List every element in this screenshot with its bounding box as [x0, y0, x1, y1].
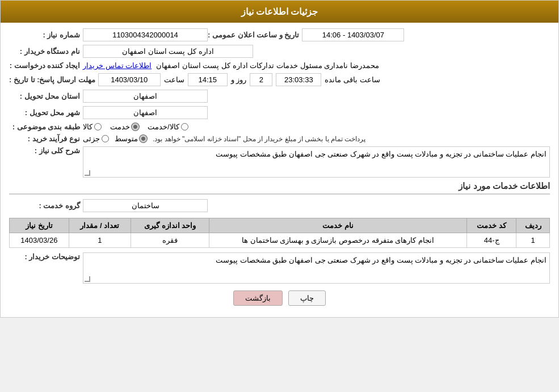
purchase-note: پرداخت تمام یا بخشی از مبلغ خریدار از مح…: [153, 135, 365, 143]
category-label: طبقه بندی موضوعی :: [9, 123, 83, 131]
resize-handle2-icon[interactable]: [85, 276, 90, 282]
buyer-org-value: اداره کل پست استان اصفهان: [83, 45, 253, 58]
cell-date: 1403/03/26: [10, 233, 69, 248]
cell-name: انجام کارهای متفرقه درخصوص بازسازی و بهس…: [209, 233, 467, 248]
date-time-label: تاریخ و ساعت اعلان عمومی :: [208, 31, 299, 39]
radio-khedmat-icon: [132, 123, 139, 130]
buyer-org-row: نام دستگاه خریدار : اداره کل پست استان ا…: [9, 45, 550, 58]
back-button[interactable]: بازگشت: [233, 290, 283, 306]
description-label: شرح کلی نیاز :: [9, 146, 83, 155]
province-label: استان محل تحویل :: [9, 92, 83, 100]
description-row: شرح کلی نیاز : انجام عملیات ساختمانی در …: [9, 146, 550, 178]
buyer-desc-value: انجام عملیات ساختمانی در تجزیه و مبادلات…: [83, 252, 550, 284]
cell-qty: 1: [69, 233, 131, 248]
print-button[interactable]: چاپ: [288, 290, 326, 306]
announcement-date-value: 1403/03/07 - 14:06: [302, 28, 404, 41]
col-code: کد خدمت: [466, 218, 516, 233]
cell-code: ج-44: [466, 233, 516, 248]
category-khedmat-label: خدمت: [110, 123, 130, 131]
purchase-motavaset-label: متوسط: [115, 134, 138, 143]
deadline-time-value: 14:15: [188, 73, 228, 86]
purchase-jozi-option[interactable]: جزئی: [83, 134, 109, 143]
radio-motavaset-icon: [140, 135, 147, 142]
buyer-org-label: نام دستگاه خریدار :: [9, 47, 83, 56]
day-label: روز و: [231, 75, 247, 84]
requester-value: محمدرضا نامداری مسئول خدمات تدارکات ادار…: [156, 61, 379, 70]
buyer-desc-row: توضیحات خریدار : انجام عملیات ساختمانی د…: [9, 252, 550, 284]
deadline-label: مهلت ارسال پاسخ: تا تاریخ :: [9, 75, 98, 84]
services-table-section: ردیف کد خدمت نام خدمت واحد اندازه گیری ت…: [9, 218, 550, 248]
page-header: جزئیات اطلاعات نیاز: [1, 1, 558, 23]
col-qty: تعداد / مقدار: [69, 218, 131, 233]
radio-kala-icon: [94, 123, 102, 130]
service-group-label: گروه خدمت :: [9, 201, 83, 210]
radio-jozi-icon: [102, 135, 109, 142]
cell-row: 1: [516, 233, 550, 248]
contact-info-link[interactable]: اطلاعات تماس خریدار: [83, 61, 152, 70]
buyer-desc-label: توضیحات خریدار :: [9, 252, 83, 261]
deadline-remaining-value: 23:03:33: [276, 73, 321, 86]
radio-kala-khedmat-icon: [181, 123, 188, 130]
city-label: شهر محل تحویل :: [9, 108, 83, 117]
service-group-row: گروه خدمت : ساختمان: [9, 199, 550, 212]
services-section-title: اطلاعات خدمات مورد نیاز: [9, 181, 550, 195]
resize-handle-icon[interactable]: [85, 170, 90, 176]
table-row: 1ج-44انجام کارهای متفرقه درخصوص بازسازی …: [10, 233, 550, 248]
need-number-row: شماره نیاز : 1103004342000014 تاریخ و سا…: [9, 28, 550, 41]
category-row: طبقه بندی موضوعی : کالا خدمت کالا/خدمت: [9, 123, 550, 131]
buyer-desc-text: انجام عملیات ساختمانی در تجزیه و مبادلات…: [216, 256, 547, 264]
description-text: انجام عملیات ساختمانی در تجزیه و مبادلات…: [216, 150, 547, 158]
category-khedmat-option[interactable]: خدمت: [110, 123, 139, 131]
category-kala-khedmat-label: کالا/خدمت: [148, 123, 179, 131]
requester-row: ایجاد کننده درخواست : اطلاعات تماس خریدا…: [9, 61, 550, 70]
col-unit: واحد اندازه گیری: [131, 218, 209, 233]
deadline-days-value: 2: [250, 73, 272, 86]
need-number-label: شماره نیاز :: [9, 31, 83, 39]
purchase-jozi-label: جزئی: [83, 134, 100, 143]
province-value: اصفهان: [83, 90, 208, 103]
need-number-value: 1103004342000014: [83, 28, 208, 41]
category-kala-khedmat-option[interactable]: کالا/خدمت: [148, 123, 188, 131]
col-date: تاریخ نیاز: [10, 218, 69, 233]
purchase-type-row: نوع فرآیند خرید : جزئی متوسط پرداخت تمام…: [9, 134, 550, 143]
time-label: ساعت: [164, 75, 184, 84]
category-kala-label: کالا: [83, 123, 93, 131]
col-row: ردیف: [516, 218, 550, 233]
purchase-motavaset-option[interactable]: متوسط: [115, 134, 147, 143]
buttons-row: چاپ بازگشت: [9, 290, 550, 306]
col-name: نام خدمت: [209, 218, 467, 233]
requester-label: ایجاد کننده درخواست :: [9, 61, 83, 70]
category-kala-option[interactable]: کالا: [83, 123, 102, 131]
deadline-row: مهلت ارسال پاسخ: تا تاریخ : 1403/03/10 س…: [9, 73, 550, 86]
remaining-label: ساعت باقی مانده: [325, 75, 380, 84]
city-row: شهر محل تحویل : اصفهان: [9, 106, 550, 119]
purchase-type-label: نوع فرآیند خرید :: [9, 134, 83, 143]
deadline-date-value: 1403/03/10: [98, 73, 161, 86]
description-value: انجام عملیات ساختمانی در تجزیه و مبادلات…: [83, 146, 550, 178]
province-row: استان محل تحویل : اصفهان: [9, 90, 550, 103]
city-value: اصفهان: [83, 106, 208, 119]
service-group-value: ساختمان: [83, 199, 208, 212]
services-table: ردیف کد خدمت نام خدمت واحد اندازه گیری ت…: [9, 218, 550, 248]
cell-unit: فقره: [131, 233, 209, 248]
header-title: جزئیات اطلاعات نیاز: [241, 7, 318, 16]
